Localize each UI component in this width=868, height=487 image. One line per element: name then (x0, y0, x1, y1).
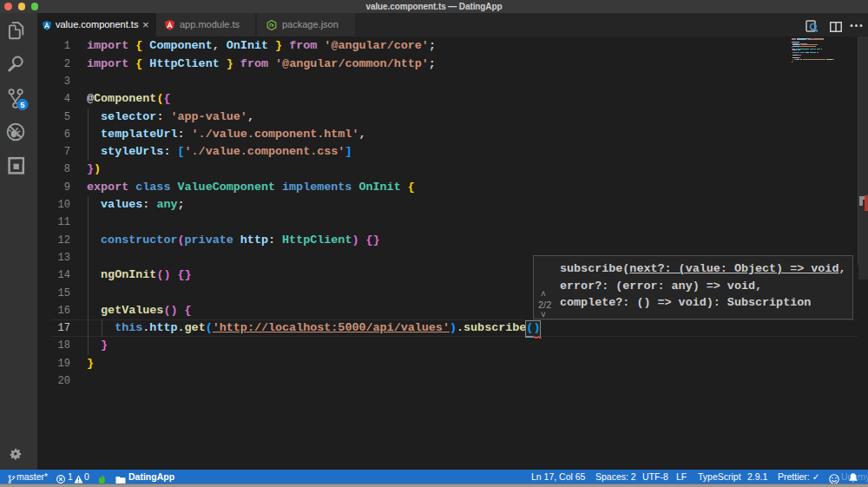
svg-text:5: 5 (20, 100, 25, 109)
